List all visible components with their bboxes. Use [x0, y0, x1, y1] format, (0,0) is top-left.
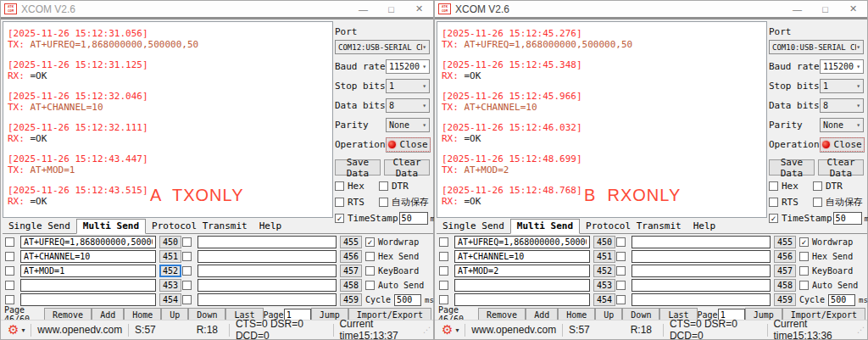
- send-row-number-button[interactable]: 450: [593, 236, 615, 248]
- send-row-checkbox[interactable]: [5, 266, 14, 276]
- hex-checkbox[interactable]: Hex: [769, 181, 813, 192]
- send-row-number-button[interactable]: 451: [593, 250, 615, 263]
- dtr-checkbox[interactable]: DTR: [379, 181, 409, 192]
- send-row-number-button[interactable]: 453: [159, 279, 181, 292]
- send-row-checkbox[interactable]: [5, 252, 14, 261]
- send-row-number-button[interactable]: 456: [340, 250, 362, 263]
- send-row-checkbox[interactable]: [616, 237, 626, 247]
- send-row-input[interactable]: [198, 250, 337, 263]
- autosave-checkbox[interactable]: 自动保存: [379, 196, 429, 209]
- keyboard-checkbox[interactable]: KeyBoard: [365, 265, 433, 277]
- send-row-input[interactable]: [198, 293, 337, 306]
- autosave-checkbox[interactable]: 自动保存: [813, 196, 863, 209]
- send-row-input[interactable]: [20, 236, 156, 248]
- send-row-number-button[interactable]: 454: [593, 293, 615, 306]
- send-row-checkbox[interactable]: [439, 281, 448, 290]
- tab-protocol-transmit[interactable]: Protocol Transmit: [580, 220, 687, 233]
- send-row-checkbox[interactable]: [5, 281, 14, 290]
- tab-multi-send[interactable]: Multi Send: [510, 219, 580, 234]
- send-row-input[interactable]: [454, 265, 590, 277]
- port-select[interactable]: COM12:USB-SERIAL CH34 ▾: [335, 40, 430, 54]
- send-row-number-button[interactable]: 452: [159, 265, 181, 277]
- send-row-checkbox[interactable]: [5, 237, 14, 247]
- baud-select[interactable]: 115200▾: [386, 59, 430, 74]
- website-link[interactable]: www.openedv.com: [37, 324, 122, 336]
- databits-select[interactable]: 8▾: [820, 98, 864, 113]
- send-row-input[interactable]: [198, 279, 337, 292]
- tab-help[interactable]: Help: [253, 220, 288, 233]
- send-row-number-button[interactable]: 457: [774, 265, 796, 277]
- chevron-down-icon[interactable]: ▾: [21, 326, 25, 334]
- operation-close-button[interactable]: Close: [386, 137, 431, 153]
- clear-data-button[interactable]: Clear Data: [384, 159, 430, 176]
- minimize-icon[interactable]: —: [349, 1, 377, 17]
- tab-multi-send[interactable]: Multi Send: [76, 219, 146, 234]
- tab-single-send[interactable]: Single Send: [437, 220, 510, 233]
- gear-icon[interactable]: ⚙: [442, 322, 453, 337]
- send-row-checkbox[interactable]: [5, 295, 14, 304]
- wordwrap-checkbox[interactable]: Wordwrap: [799, 236, 867, 248]
- send-row-input[interactable]: [632, 279, 771, 292]
- website-link[interactable]: www.openedv.com: [471, 324, 556, 336]
- keyboard-checkbox[interactable]: KeyBoard: [799, 265, 867, 277]
- send-row-number-button[interactable]: 452: [593, 265, 615, 277]
- hexsend-checkbox[interactable]: Hex Send: [799, 250, 867, 263]
- port-select[interactable]: COM10:USB-SERIAL CH34 ▾: [769, 40, 864, 54]
- tab-single-send[interactable]: Single Send: [3, 220, 76, 233]
- send-row-checkbox[interactable]: [439, 266, 448, 276]
- send-row-input[interactable]: [632, 236, 771, 248]
- gear-icon[interactable]: ⚙: [8, 322, 19, 337]
- send-row-input[interactable]: [454, 236, 590, 248]
- send-row-input[interactable]: [454, 279, 590, 292]
- chevron-down-icon[interactable]: ▾: [455, 326, 459, 334]
- cycle-interval-input[interactable]: [394, 294, 421, 306]
- tab-help[interactable]: Help: [687, 220, 722, 233]
- wordwrap-checkbox[interactable]: Wordwrap: [365, 236, 433, 248]
- maximize-icon[interactable]: □: [377, 1, 405, 17]
- send-row-checkbox[interactable]: [182, 237, 192, 247]
- databits-select[interactable]: 8▾: [386, 98, 430, 113]
- send-row-number-button[interactable]: 450: [159, 236, 181, 248]
- dtr-checkbox[interactable]: DTR: [813, 181, 843, 192]
- resize-grip-icon[interactable]: ⋰: [857, 326, 865, 334]
- send-row-checkbox[interactable]: [616, 295, 626, 304]
- send-row-number-button[interactable]: 456: [774, 250, 796, 263]
- save-data-button[interactable]: Save Data: [335, 159, 381, 176]
- send-row-checkbox[interactable]: [616, 281, 626, 290]
- parity-select[interactable]: None▾: [820, 118, 864, 132]
- resize-grip-icon[interactable]: ⋰: [423, 326, 431, 334]
- send-row-input[interactable]: [454, 293, 590, 306]
- send-row-input[interactable]: [20, 293, 156, 306]
- save-data-button[interactable]: Save Data: [769, 159, 815, 176]
- send-row-input[interactable]: [198, 236, 337, 248]
- send-row-input[interactable]: [454, 250, 590, 263]
- send-row-number-button[interactable]: 458: [340, 279, 362, 292]
- tab-protocol-transmit[interactable]: Protocol Transmit: [146, 220, 253, 233]
- close-icon[interactable]: ✕: [405, 1, 433, 17]
- send-row-number-button[interactable]: 458: [774, 279, 796, 292]
- close-icon[interactable]: ✕: [839, 1, 867, 17]
- send-row-checkbox[interactable]: [616, 252, 626, 261]
- clear-data-button[interactable]: Clear Data: [818, 159, 864, 176]
- send-row-number-button[interactable]: 459: [774, 293, 796, 306]
- send-row-number-button[interactable]: 453: [593, 279, 615, 292]
- send-row-input[interactable]: [20, 250, 156, 263]
- hexsend-checkbox[interactable]: Hex Send: [365, 250, 433, 263]
- autosend-checkbox[interactable]: Auto Send: [799, 279, 867, 292]
- send-row-input[interactable]: [632, 293, 771, 306]
- maximize-icon[interactable]: □: [811, 1, 839, 17]
- send-row-checkbox[interactable]: [439, 252, 448, 261]
- send-row-number-button[interactable]: 459: [340, 293, 362, 306]
- send-row-checkbox[interactable]: [439, 237, 448, 247]
- parity-select[interactable]: None▾: [386, 118, 430, 132]
- hex-checkbox[interactable]: Hex: [335, 181, 379, 192]
- send-row-checkbox[interactable]: [439, 295, 448, 304]
- send-row-checkbox[interactable]: [182, 266, 192, 276]
- rts-checkbox[interactable]: RTS: [769, 197, 813, 208]
- send-row-input[interactable]: [20, 265, 156, 277]
- autosend-checkbox[interactable]: Auto Send: [365, 279, 433, 292]
- send-row-checkbox[interactable]: [182, 295, 192, 304]
- send-row-input[interactable]: [632, 265, 771, 277]
- send-row-input[interactable]: [198, 265, 337, 277]
- send-row-number-button[interactable]: 457: [340, 265, 362, 277]
